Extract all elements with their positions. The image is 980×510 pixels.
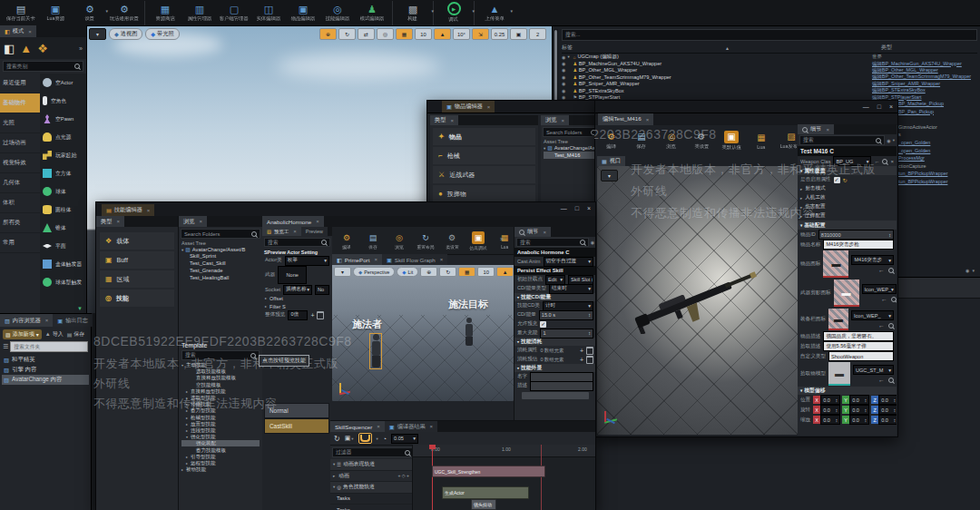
weapon-class-value[interactable]: BP_UG [836,159,853,164]
close-icon[interactable]: × [293,229,297,234]
camera-speed-icon[interactable]: ▣ [510,28,527,40]
grid-snap-icon[interactable]: ▦ [396,28,413,40]
refresh-icon[interactable]: ↻ [334,435,340,443]
toolbar-button[interactable]: ▦ 资源商店 [148,1,182,25]
visibility-eye-icon[interactable]: ◉ [562,61,565,66]
chevron-down-icon[interactable]: ▾ [472,8,475,14]
item-desc-value[interactable]: 德国品质，坚若磐石。 [823,331,894,341]
modes-category[interactable]: 视觉特效 [0,153,40,173]
actor-type-link[interactable]: 编辑BP_Other_TeamScrimmagM79_Wrapper [872,74,971,80]
outliner-search-input[interactable]: 搜索... [562,29,977,41]
axis-field[interactable]: X0.0↕ [813,405,840,415]
outliner-row[interactable]: ◉ ♟ BP_Other_MGL_Wrapper 编辑BP_Other_MGL_… [560,67,980,74]
editor-tool-button[interactable]: ⚙ 编译 [334,228,359,254]
visibility-eye-icon[interactable]: ◉ [562,67,565,73]
preview-rate-value[interactable]: 0倍 [288,310,308,320]
modes-category[interactable]: 所有类 [0,213,40,233]
editor-tool-button[interactable]: ▦ Lua [747,127,776,156]
move-tool-icon[interactable]: ⊕ [319,28,337,40]
viewport-menu-caret[interactable]: ▾ [601,170,618,181]
trash-icon[interactable] [586,356,593,364]
caster-figure[interactable] [370,334,381,368]
skill-asset-tab[interactable]: AnabolicHormone× [262,216,324,227]
placeable-item[interactable]: 立方体 [40,164,86,182]
trash-icon[interactable] [586,347,593,355]
label-column-header[interactable]: 标签 [562,44,573,52]
actor-type-link[interactable]: ctionCapture [898,163,978,172]
editor-tool-button[interactable]: ▣ 仿真调试 [466,228,491,254]
close-icon[interactable]: × [199,219,202,224]
toolbar-button[interactable]: ▣ Lua资源 [38,1,73,25]
viewport-menu-caret[interactable]: ▾ [334,267,351,277]
template-node[interactable]: ▸ 枪械型技能 [181,415,260,421]
editor-tool-button[interactable]: ⚙ 类设置 [687,127,716,156]
outliner-row[interactable]: ◉ ♟ BP_Sniper_AMR_Wrapper 编辑BP_Sniper_AM… [560,81,980,87]
viewport-menu-caret[interactable]: ▾ [89,28,106,40]
axis-field[interactable]: Y0.0↕ [842,415,869,425]
outliner-row[interactable]: ◉ ♟ BP_MachineGun_AKS74U_Wrapper 编辑BP_Ma… [560,60,980,66]
expand-arrow-icon[interactable]: ▾ [567,54,571,59]
axis-field[interactable]: X0.0↕ [813,415,840,425]
template-node[interactable]: ▾ 强化型技能 [181,434,260,440]
basic-shapes-icon[interactable]: ◧ [4,42,15,55]
actor-type-link[interactable]: tun_BPPickupWrapper [898,179,978,187]
modes-category[interactable]: 过场动画 [0,133,40,153]
grid-snap-value[interactable]: 10 [477,267,495,277]
close-icon[interactable]: × [374,257,377,262]
template-node[interactable]: ▸ 怪物技能 [181,401,260,407]
actor-type-link[interactable]: BP_Machete_Pickup [898,101,978,109]
playhead-handle[interactable] [429,445,436,449]
toolbar-button[interactable]: ◎ 技能编辑器 [320,1,355,25]
editor-tool-button[interactable]: ◎ 浏览 [387,228,412,254]
toolbar-button[interactable]: ◫ 实体编辑器 [251,1,286,25]
visibility-eye-icon[interactable]: ◉ [562,74,565,80]
snap-interval-value[interactable]: 0.05▾ [391,434,418,444]
skill-desc-field[interactable] [530,381,593,391]
collapsed-section-damage[interactable]: ▸伤害配置 [798,202,897,211]
editor-tool-button[interactable]: ↻ 重置布局 [413,228,438,254]
details-tab[interactable]: 细节× [514,227,551,237]
scale-snap-value[interactable]: 0.25 [491,28,508,40]
visibility-eye-icon[interactable]: ◉ [562,81,565,86]
placeable-item[interactable]: 空Actor [40,74,86,92]
actor-type-link[interactable]: _open_Golden [898,140,978,148]
axis-field[interactable]: Z0.0↕ [871,405,897,415]
back-arrow-icon[interactable]: ← [881,296,887,302]
toolbar-button[interactable]: ▣ 物品编辑器 [286,1,320,25]
preview-tool-tab[interactable]: ▨预览工× [262,227,301,236]
close-icon[interactable]: × [889,103,893,111]
editor-tool-button[interactable]: ▤ 保存 [627,127,656,156]
angle-snap-icon[interactable]: ▲ [496,267,514,277]
modes-category[interactable]: 基础物件 [0,93,40,113]
socket-value[interactable]: 插槽名称 [286,286,306,293]
track-extras[interactable]: + ◇ + [398,473,409,478]
actor-type-link[interactable]: 编辑BP_Sniper_AMR_Wrapper [872,81,940,87]
clear-icon[interactable]: × [890,159,894,164]
template-node[interactable]: ▸ 放置型技能 [181,421,260,427]
skill-category[interactable]: ▣Buff [100,251,174,269]
skillsequencer-tab[interactable]: SkillSequencer× [330,421,385,432]
viewport-perspective-button[interactable]: ◆Perspective [353,267,395,277]
template-node[interactable]: 强化装配 [181,440,260,446]
sequencer-track[interactable]: ▾ ◎ 角色技能轨道 [330,482,412,494]
slot-icon-thumbnail[interactable]: ▬ [828,309,848,330]
chevron-down-icon[interactable]: ▾ [510,8,513,14]
close-icon[interactable]: × [450,118,454,123]
close-icon[interactable]: × [45,318,49,323]
asset-item[interactable]: Test_HealingBall [190,275,262,282]
template-node[interactable]: 直接释放技能模板 [181,375,260,381]
modes-category[interactable]: 几何体 [0,173,40,193]
expand-arrow-icon[interactable]: ▾ [333,462,335,466]
viewport-perspective-button[interactable]: ◆透视图 [109,28,142,40]
visibility-eye-icon[interactable]: ◉ [562,54,565,60]
expand-arrow-icon[interactable]: ▸ [333,474,335,478]
close-icon[interactable]: × [147,208,151,213]
toolbar-button[interactable]: ▩ 构建 ▾ [396,1,434,25]
placeable-item[interactable]: 圆柱体 [40,201,86,219]
slot-icon-value[interactable]: Icon_WEP_ [854,313,881,319]
toolbar-button[interactable]: ⚙ 玩法通用设置 [107,1,145,25]
asset-root[interactable]: AvatarChange/Asset/B [192,247,246,252]
close-icon[interactable]: × [587,204,591,212]
skill-preview-viewport[interactable]: ▾ ◆Perspective ◆Lit ⊕ ↻ ▦ 10 ▲ 10° 施法者 施… [332,265,514,401]
more-icon[interactable]: » [79,45,83,52]
